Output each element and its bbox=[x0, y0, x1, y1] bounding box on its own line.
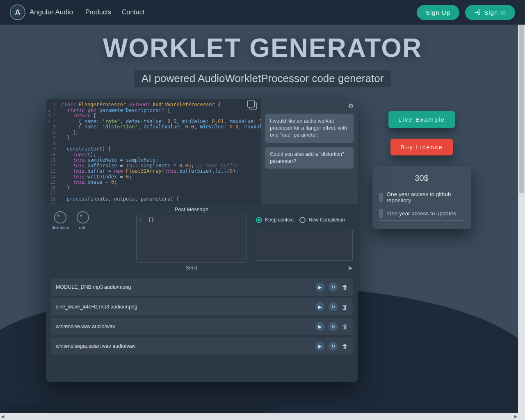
file-row: whitenoise.wav audio/wav ▶ ↻ 🗑 bbox=[51, 318, 353, 335]
post-message-panel: Post Message 1 {} Send bbox=[132, 204, 251, 276]
app-preview-card: 12 ˅3 ˅4 ˅5678910 ˅111213141516171819 ˅ … bbox=[46, 99, 358, 382]
nav-link-products[interactable]: Products bbox=[85, 9, 111, 16]
file-label: whitenoisegaussian.wav audio/wav bbox=[56, 343, 136, 349]
dial-icon[interactable] bbox=[54, 211, 66, 224]
new-completion-label: New Completion bbox=[309, 217, 345, 223]
post-title: Post Message bbox=[136, 206, 247, 212]
trash-icon[interactable]: 🗑 bbox=[342, 343, 348, 350]
side-column: Live Example Buy Licence 30$ One year ac… bbox=[372, 99, 471, 229]
file-label: MODULE_DNB.mp3 audio/mpeg bbox=[56, 284, 131, 290]
buy-licence-button[interactable]: Buy Licence bbox=[390, 139, 453, 155]
feature-row: One year access to updates bbox=[379, 206, 464, 221]
login-icon bbox=[474, 9, 481, 16]
knob-label: distortion bbox=[52, 225, 69, 230]
play-icon[interactable]: ▶ bbox=[315, 283, 324, 292]
chat-message: I would like an audio worklet processor … bbox=[265, 114, 354, 143]
code-content: class FlangerProcessor extends AudioWork… bbox=[61, 102, 258, 202]
send-button[interactable]: Send bbox=[136, 265, 247, 271]
loop-icon[interactable]: ↻ bbox=[329, 342, 338, 351]
play-icon[interactable]: ▶ bbox=[315, 342, 324, 351]
line-gutter: 12 ˅3 ˅4 ˅5678910 ˅111213141516171819 ˅ bbox=[46, 102, 58, 204]
horizontal-scrollbar[interactable]: ◀▶ bbox=[0, 413, 518, 420]
page-subtitle: AI powered AudioWorkletProcessor code ge… bbox=[134, 70, 391, 87]
signin-button[interactable]: Sign In bbox=[465, 5, 515, 20]
completion-panel: Keep context New Completion ➤ bbox=[251, 204, 358, 276]
chat-message: Could you also add a "distortion" parame… bbox=[265, 147, 354, 169]
logo-icon: A bbox=[10, 5, 25, 20]
keep-context-label: Keep context bbox=[265, 217, 294, 223]
file-list: MODULE_DNB.mp3 audio/mpeg ▶ ↻ 🗑sine_wave… bbox=[46, 278, 358, 355]
loop-icon[interactable]: ↻ bbox=[329, 322, 338, 331]
file-row: sine_wave_440Hz.mp3 audio/mpeg ▶ ↻ 🗑 bbox=[51, 298, 353, 315]
radio-keep-context[interactable] bbox=[256, 217, 262, 223]
param-knob-panel: distortion rate bbox=[46, 204, 132, 276]
trash-icon[interactable]: 🗑 bbox=[342, 304, 348, 310]
dial-icon[interactable] bbox=[77, 211, 89, 224]
file-row: whitenoisegaussian.wav audio/wav ▶ ↻ 🗑 bbox=[51, 338, 353, 355]
file-label: sine_wave_440Hz.mp3 audio/mpeg bbox=[56, 304, 137, 310]
prompt-input[interactable] bbox=[256, 229, 353, 261]
feature-text: One year access to github repository bbox=[387, 191, 464, 203]
play-icon[interactable]: ▶ bbox=[315, 302, 324, 311]
price-card: 30$ One year access to github repository… bbox=[372, 166, 471, 229]
chat-panel: ⚙ I would like an audio worklet processo… bbox=[261, 99, 358, 204]
signin-label: Sign In bbox=[484, 9, 506, 16]
knob-label: rate bbox=[77, 225, 89, 230]
nav-link-contact[interactable]: Contact bbox=[122, 9, 144, 16]
scrollbar-corner bbox=[518, 413, 525, 420]
trash-icon[interactable]: 🗑 bbox=[342, 323, 348, 330]
signup-label: Sign Up bbox=[426, 9, 450, 16]
loop-icon[interactable]: ↻ bbox=[329, 283, 338, 292]
file-row: MODULE_DNB.mp3 audio/mpeg ▶ ↻ 🗑 bbox=[51, 278, 353, 296]
live-example-button[interactable]: Live Example bbox=[388, 111, 455, 128]
post-default-text: {} bbox=[148, 217, 154, 223]
top-nav: A Angular Audio Products Contact Sign Up… bbox=[0, 0, 525, 25]
feature-row: One year access to github repository bbox=[379, 189, 464, 206]
bullet-icon bbox=[379, 193, 383, 202]
code-editor[interactable]: 12 ˅3 ˅4 ˅5678910 ˅111213141516171819 ˅ … bbox=[46, 99, 261, 204]
loop-icon[interactable]: ↻ bbox=[329, 302, 338, 311]
line-number: 1 bbox=[139, 217, 142, 223]
trash-icon[interactable]: 🗑 bbox=[342, 284, 348, 291]
price-value: 30$ bbox=[379, 173, 464, 183]
post-message-input[interactable]: 1 {} bbox=[136, 215, 247, 262]
radio-new-completion[interactable] bbox=[299, 217, 306, 223]
feature-text: One year access to updates bbox=[387, 210, 456, 217]
bullet-icon bbox=[379, 209, 383, 218]
brand-name[interactable]: Angular Audio bbox=[30, 8, 73, 16]
file-label: whitenoise.wav audio/wav bbox=[56, 324, 115, 329]
send-icon[interactable]: ➤ bbox=[347, 264, 353, 272]
play-icon[interactable]: ▶ bbox=[315, 322, 324, 331]
knob-distortion[interactable]: distortion bbox=[52, 211, 69, 273]
knob-rate[interactable]: rate bbox=[77, 211, 89, 273]
signup-button[interactable]: Sign Up bbox=[417, 5, 459, 20]
page-title: WORKLET GENERATOR bbox=[16, 33, 509, 63]
gear-icon[interactable]: ⚙ bbox=[348, 102, 354, 110]
